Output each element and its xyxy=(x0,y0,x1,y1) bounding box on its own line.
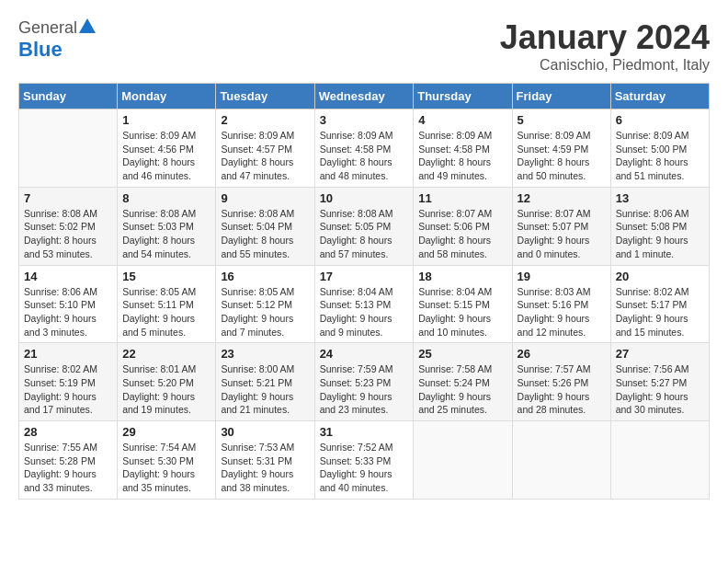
day-number: 4 xyxy=(418,113,506,127)
calendar-cell: 10Sunrise: 8:08 AMSunset: 5:05 PMDayligh… xyxy=(314,187,414,265)
day-info: Sunrise: 7:57 AMSunset: 5:26 PMDaylight:… xyxy=(518,362,606,417)
calendar-cell: 29Sunrise: 7:54 AMSunset: 5:30 PMDayligh… xyxy=(118,421,216,500)
calendar-cell: 20Sunrise: 8:02 AMSunset: 5:17 PMDayligh… xyxy=(610,265,709,343)
calendar-cell: 1Sunrise: 8:09 AMSunset: 4:56 PMDaylight… xyxy=(118,109,216,188)
day-info: Sunrise: 8:09 AMSunset: 4:56 PMDaylight:… xyxy=(122,129,210,183)
logo: General Blue xyxy=(18,18,97,62)
day-info: Sunrise: 7:58 AMSunset: 5:24 PMDaylight:… xyxy=(418,362,506,417)
day-number: 23 xyxy=(221,347,309,361)
logo-blue-text: Blue xyxy=(18,38,63,61)
month-title: January 2024 xyxy=(500,18,710,57)
day-info: Sunrise: 7:52 AMSunset: 5:33 PMDaylight:… xyxy=(320,441,409,495)
calendar-cell xyxy=(19,109,118,188)
day-number: 24 xyxy=(320,347,409,361)
day-number: 6 xyxy=(616,113,704,127)
day-number: 1 xyxy=(122,113,210,127)
day-header-friday: Friday xyxy=(512,84,610,109)
day-header-thursday: Thursday xyxy=(414,84,512,109)
calendar-cell: 22Sunrise: 8:01 AMSunset: 5:20 PMDayligh… xyxy=(118,343,216,421)
day-info: Sunrise: 8:02 AMSunset: 5:19 PMDaylight:… xyxy=(24,362,112,417)
day-number: 21 xyxy=(24,347,112,361)
calendar-cell: 2Sunrise: 8:09 AMSunset: 4:57 PMDaylight… xyxy=(216,109,314,188)
day-info: Sunrise: 7:55 AMSunset: 5:28 PMDaylight:… xyxy=(24,441,112,495)
day-info: Sunrise: 8:04 AMSunset: 5:15 PMDaylight:… xyxy=(418,285,506,339)
day-info: Sunrise: 8:09 AMSunset: 5:00 PMDaylight:… xyxy=(616,129,704,183)
calendar-table: SundayMondayTuesdayWednesdayThursdayFrid… xyxy=(18,83,710,500)
calendar-cell: 12Sunrise: 8:07 AMSunset: 5:07 PMDayligh… xyxy=(512,187,610,265)
day-number: 16 xyxy=(221,270,309,283)
day-number: 18 xyxy=(418,270,506,283)
day-info: Sunrise: 8:07 AMSunset: 5:06 PMDaylight:… xyxy=(418,207,506,261)
calendar-cell: 31Sunrise: 7:52 AMSunset: 5:33 PMDayligh… xyxy=(314,421,414,500)
day-info: Sunrise: 8:09 AMSunset: 4:58 PMDaylight:… xyxy=(320,129,409,183)
calendar-cell: 3Sunrise: 8:09 AMSunset: 4:58 PMDaylight… xyxy=(314,109,414,188)
day-number: 5 xyxy=(518,113,606,127)
day-info: Sunrise: 8:04 AMSunset: 5:13 PMDaylight:… xyxy=(320,285,409,339)
day-info: Sunrise: 8:02 AMSunset: 5:17 PMDaylight:… xyxy=(616,285,704,339)
calendar-cell: 4Sunrise: 8:09 AMSunset: 4:58 PMDaylight… xyxy=(414,109,512,188)
week-row-4: 21Sunrise: 8:02 AMSunset: 5:19 PMDayligh… xyxy=(19,343,710,421)
logo-general-text: General xyxy=(18,18,77,38)
day-number: 29 xyxy=(122,425,210,439)
calendar-cell: 16Sunrise: 8:05 AMSunset: 5:12 PMDayligh… xyxy=(216,265,314,343)
day-number: 13 xyxy=(616,191,704,205)
day-header-sunday: Sunday xyxy=(19,84,118,109)
day-number: 7 xyxy=(24,191,112,205)
calendar-cell: 5Sunrise: 8:09 AMSunset: 4:59 PMDaylight… xyxy=(512,109,610,188)
calendar-cell: 24Sunrise: 7:59 AMSunset: 5:23 PMDayligh… xyxy=(314,343,414,421)
calendar-cell: 14Sunrise: 8:06 AMSunset: 5:10 PMDayligh… xyxy=(19,265,118,343)
day-info: Sunrise: 8:06 AMSunset: 5:08 PMDaylight:… xyxy=(616,207,704,261)
day-info: Sunrise: 8:06 AMSunset: 5:10 PMDaylight:… xyxy=(24,285,112,339)
day-number: 10 xyxy=(320,191,409,205)
day-number: 15 xyxy=(122,270,210,283)
calendar-cell: 25Sunrise: 7:58 AMSunset: 5:24 PMDayligh… xyxy=(414,343,512,421)
calendar-cell: 23Sunrise: 8:00 AMSunset: 5:21 PMDayligh… xyxy=(216,343,314,421)
day-info: Sunrise: 8:07 AMSunset: 5:07 PMDaylight:… xyxy=(518,207,606,261)
calendar-cell: 17Sunrise: 8:04 AMSunset: 5:13 PMDayligh… xyxy=(314,265,414,343)
day-info: Sunrise: 8:05 AMSunset: 5:12 PMDaylight:… xyxy=(221,285,309,339)
calendar-cell: 15Sunrise: 8:05 AMSunset: 5:11 PMDayligh… xyxy=(118,265,216,343)
day-header-saturday: Saturday xyxy=(610,84,709,109)
day-number: 31 xyxy=(320,425,409,439)
week-row-1: 1Sunrise: 8:09 AMSunset: 4:56 PMDaylight… xyxy=(19,109,710,188)
day-number: 30 xyxy=(221,425,309,439)
calendar-cell: 26Sunrise: 7:57 AMSunset: 5:26 PMDayligh… xyxy=(512,343,610,421)
week-row-3: 14Sunrise: 8:06 AMSunset: 5:10 PMDayligh… xyxy=(19,265,710,343)
week-row-5: 28Sunrise: 7:55 AMSunset: 5:28 PMDayligh… xyxy=(19,421,710,500)
day-info: Sunrise: 8:08 AMSunset: 5:05 PMDaylight:… xyxy=(320,207,409,261)
day-number: 20 xyxy=(616,270,704,283)
day-info: Sunrise: 8:09 AMSunset: 4:59 PMDaylight:… xyxy=(518,129,606,183)
day-info: Sunrise: 8:01 AMSunset: 5:20 PMDaylight:… xyxy=(122,362,210,417)
calendar-cell xyxy=(610,421,709,500)
day-info: Sunrise: 8:05 AMSunset: 5:11 PMDaylight:… xyxy=(122,285,210,339)
day-number: 2 xyxy=(221,113,309,127)
calendar-cell: 8Sunrise: 8:08 AMSunset: 5:03 PMDaylight… xyxy=(118,187,216,265)
calendar-cell: 13Sunrise: 8:06 AMSunset: 5:08 PMDayligh… xyxy=(610,187,709,265)
day-info: Sunrise: 7:59 AMSunset: 5:23 PMDaylight:… xyxy=(320,362,409,417)
day-number: 8 xyxy=(122,191,210,205)
day-number: 25 xyxy=(418,347,506,361)
day-number: 26 xyxy=(518,347,606,361)
day-number: 22 xyxy=(122,347,210,361)
day-info: Sunrise: 8:03 AMSunset: 5:16 PMDaylight:… xyxy=(518,285,606,339)
calendar-cell xyxy=(512,421,610,500)
header: General Blue January 2024 Canischio, Pie… xyxy=(18,18,710,74)
day-number: 17 xyxy=(320,270,409,283)
week-row-2: 7Sunrise: 8:08 AMSunset: 5:02 PMDaylight… xyxy=(19,187,710,265)
day-number: 12 xyxy=(518,191,606,205)
calendar-cell: 28Sunrise: 7:55 AMSunset: 5:28 PMDayligh… xyxy=(19,421,118,500)
calendar-cell: 6Sunrise: 8:09 AMSunset: 5:00 PMDaylight… xyxy=(610,109,709,188)
day-header-tuesday: Tuesday xyxy=(216,84,314,109)
day-number: 19 xyxy=(518,270,606,283)
day-header-wednesday: Wednesday xyxy=(314,84,414,109)
calendar-cell: 19Sunrise: 8:03 AMSunset: 5:16 PMDayligh… xyxy=(512,265,610,343)
calendar-cell: 21Sunrise: 8:02 AMSunset: 5:19 PMDayligh… xyxy=(19,343,118,421)
location-subtitle: Canischio, Piedmont, Italy xyxy=(500,57,710,74)
logo-icon xyxy=(77,17,97,37)
day-info: Sunrise: 8:08 AMSunset: 5:03 PMDaylight:… xyxy=(122,207,210,261)
day-header-monday: Monday xyxy=(118,84,216,109)
day-number: 9 xyxy=(221,191,309,205)
header-row: SundayMondayTuesdayWednesdayThursdayFrid… xyxy=(19,84,710,109)
title-area: January 2024 Canischio, Piedmont, Italy xyxy=(500,18,710,74)
calendar-cell: 30Sunrise: 7:53 AMSunset: 5:31 PMDayligh… xyxy=(216,421,314,500)
